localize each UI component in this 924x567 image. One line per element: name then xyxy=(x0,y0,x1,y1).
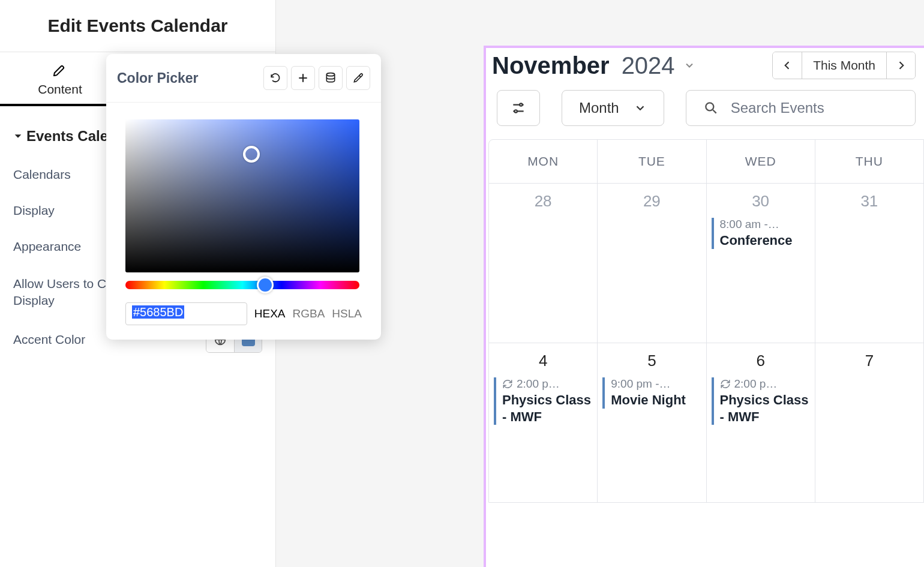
calendar-preview: November 2024 This Month Month Search Ev… xyxy=(484,46,924,567)
color-reset-button[interactable] xyxy=(263,66,287,90)
prev-month-button[interactable] xyxy=(773,52,802,79)
plus-icon xyxy=(297,72,309,84)
event-time: 8:00 am -… xyxy=(720,218,810,231)
calendar-date: 6 xyxy=(712,352,810,370)
mode-hexa[interactable]: HEXA xyxy=(254,307,286,320)
event-title: Movie Night xyxy=(611,392,701,409)
color-picker-title: Color Picker xyxy=(117,70,260,86)
chevron-right-icon xyxy=(895,59,907,71)
saturation-value-field[interactable] xyxy=(125,119,359,272)
color-value-row: #5685BD HEXA RGBA HSLA xyxy=(125,302,362,325)
svg-point-2 xyxy=(520,103,522,106)
calendar-event[interactable]: 8:00 am -…Conference xyxy=(712,218,810,249)
calendar-event[interactable]: 9:00 pm -…Movie Night xyxy=(602,377,701,409)
sliders-icon xyxy=(511,100,526,116)
eyedropper-button[interactable] xyxy=(346,66,370,90)
calendar-date: 28 xyxy=(494,192,592,211)
event-title: Physics Class - MWF xyxy=(502,392,592,425)
calendar-cell[interactable]: 31 xyxy=(815,184,923,343)
calendar-cell[interactable]: 59:00 pm -…Movie Night xyxy=(597,343,706,502)
calendar-date: 5 xyxy=(602,352,701,370)
calendar-month: November xyxy=(492,52,610,79)
event-time: 9:00 pm -… xyxy=(611,377,701,391)
calendar-cell[interactable]: 42:00 p…Physics Class - MWF xyxy=(489,343,597,502)
color-add-button[interactable] xyxy=(291,66,315,90)
this-month-button[interactable]: This Month xyxy=(802,52,886,79)
color-library-button[interactable] xyxy=(319,66,343,90)
tab-content[interactable]: Content xyxy=(0,52,120,106)
search-placeholder: Search Events xyxy=(731,100,824,116)
event-time: 2:00 p… xyxy=(502,377,592,391)
calendar-header: November 2024 This Month xyxy=(486,48,924,85)
hex-input[interactable]: #5685BD xyxy=(125,302,247,325)
mode-rgba[interactable]: RGBA xyxy=(293,307,325,320)
calendar-grid: MON TUE WED THU 2829308:00 am -…Conferen… xyxy=(488,139,924,503)
pencil-icon xyxy=(53,63,67,77)
dow-tue: TUE xyxy=(597,140,706,183)
calendar-week: 2829308:00 am -…Conference31 xyxy=(489,183,923,343)
calendar-date: 7 xyxy=(820,352,919,370)
sidebar-title: Edit Events Calendar xyxy=(0,0,275,52)
chevron-down-icon xyxy=(634,101,647,115)
dow-mon: MON xyxy=(489,140,597,183)
chevron-left-icon xyxy=(781,59,793,71)
event-time: 2:00 p… xyxy=(720,377,810,391)
recurring-icon xyxy=(720,379,731,389)
next-month-button[interactable] xyxy=(886,52,915,79)
view-dropdown[interactable]: Month xyxy=(562,90,664,126)
calendar-nav: This Month xyxy=(772,52,916,79)
day-of-week-row: MON TUE WED THU xyxy=(489,140,923,183)
recurring-icon xyxy=(502,379,513,389)
calendar-date: 31 xyxy=(820,192,919,211)
search-icon xyxy=(703,100,719,116)
tab-content-label: Content xyxy=(38,82,82,97)
svg-point-1 xyxy=(326,73,334,76)
calendar-date: 30 xyxy=(712,192,810,211)
hue-slider[interactable] xyxy=(125,281,359,289)
calendar-event[interactable]: 2:00 p…Physics Class - MWF xyxy=(494,377,592,425)
dow-thu: THU xyxy=(815,140,923,183)
svg-point-4 xyxy=(706,103,713,110)
calendar-week: 42:00 p…Physics Class - MWF59:00 pm -…Mo… xyxy=(489,343,923,502)
color-picker-popover: Color Picker #5685BD HEXA RGBA HSLA xyxy=(106,54,381,340)
color-picker-header: Color Picker xyxy=(106,54,381,103)
hex-value-text: #5685BD xyxy=(132,305,184,319)
dow-wed: WED xyxy=(706,140,815,183)
eyedropper-icon xyxy=(352,72,364,84)
calendar-cell[interactable]: 7 xyxy=(815,343,923,502)
color-picker-body: #5685BD HEXA RGBA HSLA xyxy=(106,103,381,340)
filter-button[interactable] xyxy=(497,90,540,126)
calendar-event[interactable]: 2:00 p…Physics Class - MWF xyxy=(712,377,810,425)
calendar-date: 4 xyxy=(494,352,592,370)
event-title: Conference xyxy=(720,232,810,249)
sv-thumb[interactable] xyxy=(243,146,260,163)
month-dropdown-caret[interactable] xyxy=(683,59,695,71)
calendar-cell[interactable]: 62:00 p…Physics Class - MWF xyxy=(706,343,815,502)
hue-thumb[interactable] xyxy=(257,277,274,293)
calendar-cell[interactable]: 29 xyxy=(597,184,706,343)
svg-point-3 xyxy=(515,110,517,112)
database-icon xyxy=(325,72,337,84)
undo-icon xyxy=(269,72,281,84)
chevron-down-icon xyxy=(13,131,23,141)
search-events-input[interactable]: Search Events xyxy=(686,90,916,126)
calendar-cell[interactable]: 308:00 am -…Conference xyxy=(706,184,815,343)
calendar-date: 29 xyxy=(602,192,701,211)
calendar-toolbar: Month Search Events xyxy=(486,85,924,139)
calendar-cell[interactable]: 28 xyxy=(489,184,597,343)
calendar-year: 2024 xyxy=(622,52,675,79)
event-title: Physics Class - MWF xyxy=(720,392,810,425)
mode-hsla[interactable]: HSLA xyxy=(332,307,362,320)
